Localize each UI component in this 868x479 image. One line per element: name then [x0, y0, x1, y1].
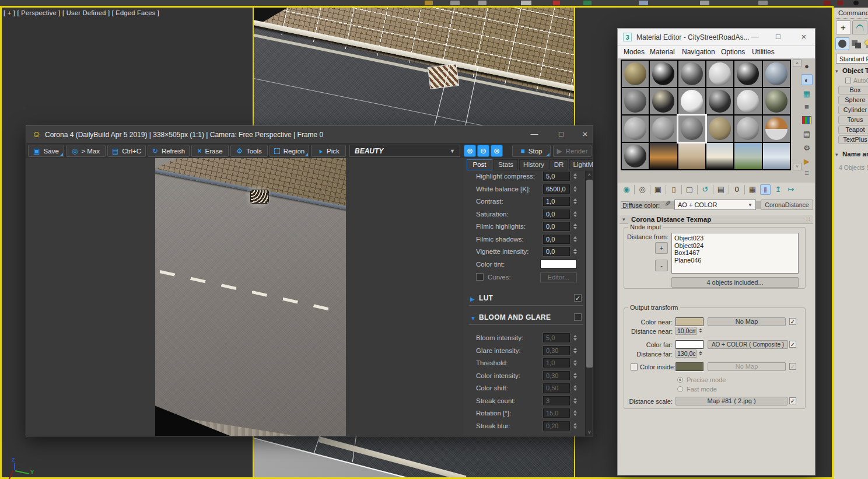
zoom-fit-button[interactable]: ⊗	[491, 145, 503, 157]
param-field[interactable]: 0,0	[543, 222, 570, 231]
objects-included-button[interactable]: 4 objects included...	[671, 277, 799, 288]
landscape-hdri-map[interactable]	[734, 143, 761, 169]
go-to-parent-icon[interactable]: ↥	[773, 184, 783, 195]
color-near-map-button[interactable]: No Map	[708, 317, 786, 326]
name-color-rollout[interactable]: Name and Color	[842, 151, 868, 158]
lut-section-title[interactable]: LUT	[479, 294, 493, 302]
me-close-button[interactable]: ×	[796, 29, 811, 45]
spinner[interactable]	[572, 383, 578, 393]
lut-checkbox[interactable]: ✓	[574, 294, 582, 302]
cobblestone-material[interactable]	[706, 116, 733, 142]
spinner[interactable]	[572, 235, 578, 244]
spinner[interactable]	[572, 396, 578, 405]
tab-history[interactable]: History	[519, 159, 548, 170]
shapes-category-button[interactable]	[852, 39, 862, 48]
vfb-minimize-button[interactable]: —	[524, 126, 544, 142]
spinner[interactable]	[572, 371, 578, 380]
checker-chrome-material[interactable]	[622, 143, 649, 169]
dark-glossy-material[interactable]	[706, 88, 733, 114]
color-far-map-checkbox[interactable]: ✓	[789, 341, 796, 348]
add-object-button[interactable]: +	[655, 242, 668, 254]
tools-button[interactable]: ⚙Tools	[230, 145, 268, 157]
bloom-collapse-arrow[interactable]: ▼	[470, 315, 476, 321]
spinner[interactable]	[572, 172, 578, 181]
color-inside-swatch[interactable]	[676, 362, 704, 371]
param-field[interactable]: 15,0	[543, 408, 570, 418]
show-in-viewport-icon[interactable]: ▦	[747, 184, 758, 195]
erase-button[interactable]: ×Erase	[191, 145, 229, 157]
dark-chrome-material[interactable]	[678, 61, 705, 87]
assign-material-to-selection-icon[interactable]: ▣	[653, 184, 663, 195]
make-preview-icon[interactable]: ▤	[801, 128, 813, 139]
color-inside-checkbox[interactable]	[631, 363, 638, 370]
eyedropper-icon[interactable]: ✎	[663, 200, 672, 207]
param-field[interactable]: 0,0	[543, 247, 570, 256]
material-id-channel-icon[interactable]: 0	[732, 184, 742, 195]
clouds-hdri-map[interactable]	[763, 143, 790, 169]
param-field[interactable]: 1,0	[543, 358, 570, 368]
pale-gray-material[interactable]	[734, 88, 761, 114]
put-to-library-icon[interactable]: ▤	[716, 184, 726, 195]
spinner[interactable]	[572, 209, 578, 219]
color-near-swatch[interactable]	[676, 317, 704, 326]
spinner[interactable]	[572, 184, 578, 194]
create-textplus-button[interactable]: TextPlus	[838, 135, 868, 144]
sample-type-sphere-icon[interactable]: ●	[801, 61, 813, 72]
param-field[interactable]: 0,50	[543, 383, 570, 393]
spinner[interactable]	[572, 333, 578, 342]
param-field[interactable]: 3	[543, 396, 570, 405]
remove-object-button[interactable]: -	[655, 260, 668, 271]
zoom-in-button[interactable]: ⊕	[464, 145, 476, 157]
sunset-hdri-map[interactable]	[650, 143, 677, 169]
tab-modify[interactable]	[852, 20, 867, 34]
list-item[interactable]: Box1467	[674, 249, 796, 257]
refresh-button[interactable]: ↻Refresh	[148, 145, 190, 157]
list-item[interactable]: Object023	[674, 235, 796, 242]
spinner[interactable]	[572, 408, 578, 418]
spinner[interactable]	[572, 222, 578, 231]
olive-material[interactable]	[763, 88, 790, 114]
sample-uv-tiling-icon[interactable]: ■	[801, 101, 813, 112]
create-torus-button[interactable]: Torus	[838, 116, 868, 124]
spinner[interactable]	[572, 197, 578, 206]
slots-scroll-up[interactable]: ˄	[793, 60, 802, 67]
asphalt-material-selected[interactable]	[678, 116, 705, 142]
spinner[interactable]	[572, 247, 578, 256]
options-icon[interactable]: ⚙	[801, 142, 813, 153]
precise-mode-radio[interactable]	[677, 377, 683, 383]
reset-map-icon[interactable]: ▯	[668, 184, 679, 195]
dark-checker-material[interactable]	[650, 88, 677, 114]
viewport-label[interactable]: [ + ] [ Perspective ] [ User Defined ] […	[4, 9, 159, 16]
spinner[interactable]	[572, 421, 578, 431]
video-color-check-icon[interactable]	[802, 116, 811, 124]
me-maximize-button[interactable]: □	[771, 29, 786, 45]
distance-scale-map-checkbox[interactable]: ✓	[789, 397, 796, 404]
color-inside-map-checkbox[interactable]: ✓	[789, 363, 796, 370]
me-minimize-button[interactable]: —	[747, 29, 762, 45]
settings-scrollbar[interactable]: ˄ ˅	[585, 171, 593, 436]
fast-mode-radio[interactable]	[677, 386, 683, 392]
curves-checkbox[interactable]	[476, 273, 484, 281]
material-map-navigator-icon[interactable]: ≡	[801, 167, 813, 179]
render-element-dropdown[interactable]: BEAUTY▼	[349, 145, 460, 157]
command-panel-title[interactable]: Command Panel	[838, 9, 868, 16]
color-near-map-checkbox[interactable]: ✓	[789, 318, 796, 325]
interior-hdri-map[interactable]	[678, 143, 705, 169]
param-field[interactable]: 5,0	[543, 333, 570, 342]
color-far-map-button[interactable]: AO + COLOR ( Composite )	[708, 340, 788, 349]
make-unique-icon[interactable]: ↺	[700, 184, 710, 195]
color-tint-swatch[interactable]	[540, 260, 577, 268]
tab-lightmix[interactable]: LightMix	[569, 159, 593, 170]
spinner[interactable]	[572, 358, 578, 368]
param-field[interactable]: 0,20	[543, 421, 570, 431]
background-icon[interactable]: ▦	[801, 88, 813, 99]
distance-scale-map-button[interactable]: Map #81 ( 2.jpg )	[676, 397, 788, 405]
orange-white-material[interactable]	[763, 116, 790, 142]
blue-gray-material[interactable]	[763, 61, 790, 87]
color-far-swatch[interactable]	[676, 340, 704, 349]
gray-matte-material[interactable]	[622, 116, 649, 142]
scroll-down-icon[interactable]: ˅	[586, 429, 593, 435]
curves-editor-button[interactable]: Editor...	[540, 272, 577, 282]
param-field[interactable]: 0,30	[543, 346, 570, 355]
to-max-button[interactable]: ◎> Max	[66, 145, 106, 157]
